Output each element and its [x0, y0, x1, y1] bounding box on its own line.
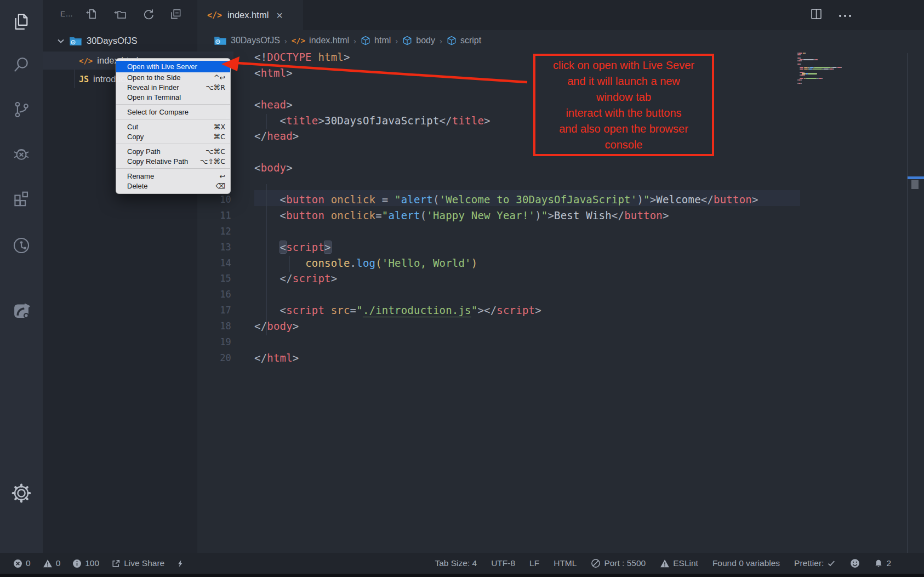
status-lightning-icon[interactable] [176, 559, 184, 568]
code-line[interactable]: 10 <button onclick = "alert('Welcome to … [197, 192, 924, 208]
menu-item-open-to-the-side[interactable]: Open to the Side^↩ [116, 72, 230, 82]
activity-source-control-icon[interactable] [0, 96, 43, 123]
menu-item-cut[interactable]: Cut⌘X [116, 122, 230, 132]
code-line[interactable]: 13 <script> [197, 239, 924, 255]
collapse-all-icon[interactable] [169, 8, 182, 20]
editor-actions [809, 0, 924, 30]
annotation-box: click on open with Live Sever and it wil… [533, 54, 714, 156]
status-live-share[interactable]: Live Share [111, 558, 164, 568]
menu-item-label: Cut [127, 123, 209, 131]
explorer-actions [85, 7, 182, 20]
info-icon [72, 559, 82, 568]
line-number: 19 [197, 334, 231, 350]
breadcrumb-item-script[interactable]: script [447, 36, 481, 45]
status-100[interactable]: 100 [72, 558, 99, 568]
close-icon[interactable]: × [276, 10, 283, 21]
activity-extensions-icon[interactable] [0, 185, 43, 211]
code-line-text: <body> [254, 160, 293, 176]
menu-item-select-for-compare[interactable]: Select for Compare [116, 107, 230, 117]
minimap-line [800, 78, 803, 79]
minimap-line [824, 68, 829, 70]
code-line[interactable]: 9 [197, 176, 924, 192]
code-line[interactable]: 14 console.log('Hello, World') [197, 255, 924, 271]
explorer-header: E… [43, 0, 197, 27]
code-line-text: </html> [254, 350, 299, 366]
status-found-0-variables[interactable]: Found 0 variables [712, 558, 780, 568]
symbol-cube-icon [447, 36, 457, 45]
menu-item-label: Copy [127, 133, 209, 141]
menu-item-copy[interactable]: Copy⌘C [116, 132, 230, 141]
ellipsis-icon[interactable] [839, 10, 852, 20]
tab-index-html[interactable]: </> index.html × [197, 0, 303, 30]
split-editor-icon[interactable] [809, 7, 823, 23]
code-line[interactable]: 16 [197, 287, 924, 302]
menu-item-shortcut: ⌘X [214, 123, 225, 131]
breadcrumb-item-30daysofjs[interactable]: 30DaysOfJS [214, 35, 280, 46]
menu-item-copy-relative-path[interactable]: Copy Relative Path⌥⇧⌘C [116, 156, 230, 166]
status-utf-8[interactable]: UTF-8 [491, 558, 515, 568]
menu-item-shortcut: ⌥⇧⌘C [200, 157, 225, 165]
status-0[interactable]: 0 [13, 558, 31, 568]
activity-live-share-icon[interactable] [0, 296, 43, 323]
menu-item-shortcut: ^↩ [214, 73, 225, 82]
breadcrumb-item-body[interactable]: body [402, 36, 435, 45]
minimap-line [800, 54, 801, 55]
activity-circle-branch-icon[interactable] [0, 232, 43, 259]
status-0[interactable]: 0 [43, 558, 61, 568]
explorer-title: E… [60, 10, 73, 18]
status-port-5500[interactable]: Port : 5500 [591, 558, 646, 568]
activity-bar [0, 0, 43, 553]
code-line[interactable]: 17 <script src="./introduction.js"></scr… [197, 302, 924, 318]
menu-item-copy-path[interactable]: Copy Path⌥⌘C [116, 146, 230, 156]
minimap-line [800, 58, 801, 59]
code-line-text: </body> [254, 318, 299, 334]
refresh-icon[interactable] [141, 8, 154, 20]
breadcrumb-item-index-html[interactable]: </>index.html [292, 36, 349, 45]
code-line[interactable]: 12 [197, 224, 924, 239]
status-lf[interactable]: LF [529, 558, 539, 568]
menu-item-reveal-in-finder[interactable]: Reveal in Finder⌥⌘R [116, 82, 230, 92]
menu-item-label: Copy Relative Path [127, 157, 196, 165]
status-tab-size-4[interactable]: Tab Size: 4 [435, 558, 477, 568]
activity-files-icon[interactable] [0, 9, 43, 35]
status-prettier[interactable]: Prettier: [794, 558, 836, 568]
new-file-icon[interactable] [85, 8, 98, 20]
new-folder-icon[interactable] [113, 7, 126, 20]
vscode-window: E… 30DaysOfJS</>index.htmlJSintroduction… [0, 0, 924, 577]
status-2[interactable]: 2 [874, 558, 891, 568]
tree-item-label: 30DaysOfJS [87, 36, 138, 46]
debug-icon [12, 144, 31, 164]
menu-item-delete[interactable]: Delete⌫ [116, 181, 230, 191]
code-line[interactable]: 18</body> [197, 318, 924, 334]
menu-item-open-in-terminal[interactable]: Open in Terminal [116, 92, 230, 102]
breadcrumb-item-html[interactable]: html [361, 36, 391, 45]
activity-debug-icon[interactable] [0, 141, 43, 167]
code-line-text: <!DOCTYPE html> [254, 49, 350, 65]
menu-item-shortcut: ⌘C [214, 133, 225, 141]
minimap[interactable] [797, 53, 855, 89]
code-line-text: </head> [254, 128, 299, 144]
code-line[interactable]: 19 [197, 334, 924, 350]
activity-gear-icon[interactable] [0, 480, 43, 506]
line-number: 11 [197, 208, 231, 224]
status-bar-right: Tab Size: 4UTF-8LFHTMLPort : 5500ESLintF… [435, 558, 924, 568]
status-html[interactable]: HTML [554, 558, 577, 568]
minimap-line [833, 68, 834, 70]
code-line[interactable]: 20</html> [197, 350, 924, 366]
code-line[interactable]: 15 </script> [197, 271, 924, 287]
status-eslint[interactable]: ESLint [660, 558, 698, 568]
code-line[interactable]: 8<body> [197, 160, 924, 176]
menu-item-label: Open in Terminal [127, 93, 225, 101]
menu-item-open-with-live-server[interactable]: Open with Live Server [116, 61, 230, 72]
menu-item-rename[interactable]: Rename↩ [116, 171, 230, 181]
folder-icon [214, 35, 227, 46]
code-line-text: <head> [254, 97, 293, 113]
code-line-text: <html> [254, 65, 293, 81]
activity-search-icon[interactable] [0, 52, 43, 78]
status-smiley-icon[interactable] [850, 558, 860, 568]
code-line[interactable]: 11 <button onclick="alert('Happy New Yea… [197, 208, 924, 224]
code-line-text: <script src="./introduction.js"></script… [254, 302, 541, 318]
tree-item-30daysofjs[interactable]: 30DaysOfJS [43, 32, 210, 50]
scrollbar-thumb[interactable] [911, 180, 919, 189]
minimap-line [810, 67, 813, 68]
